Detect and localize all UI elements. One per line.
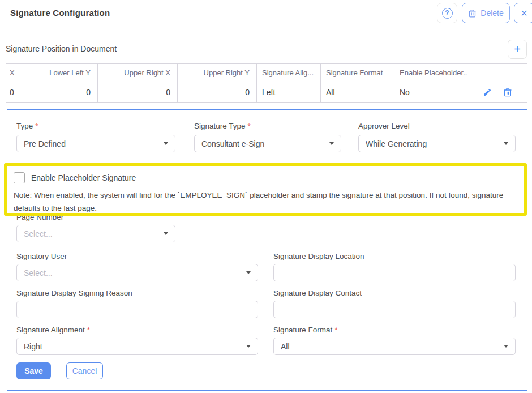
add-position-button[interactable]: + [508,40,527,59]
signatory-user-label: Signatory User [16,252,67,261]
chevron-down-icon [329,142,334,145]
delete-button[interactable]: Delete [462,3,510,23]
chevron-down-icon [504,142,508,145]
chevron-down-icon [246,271,251,274]
required-asterisk: * [87,326,90,334]
page-number-select[interactable]: Select... [16,225,175,242]
placeholder-note: Note: When enabled, the system will find… [14,189,517,215]
cell-enable-placeholder: No [394,82,467,102]
chevron-down-icon [504,345,508,348]
question-icon: ? [442,8,453,19]
positions-section-title: Signature Position in Document [6,44,117,53]
chevron-down-icon [246,345,251,348]
cell-upper-right-y: 0 [178,82,257,102]
table-row: 0 0 0 0 Left All No [6,82,527,102]
column-header-upper-right-y: Upper Right Y [178,64,257,82]
signature-alignment-select[interactable]: Right [16,338,258,355]
enable-placeholder-checkbox[interactable] [14,172,25,183]
positions-table: X Lower Left Y Upper Right X Upper Right… [6,63,527,103]
column-header-lower-left-y: Lower Left Y [18,64,98,82]
delete-label: Delete [480,8,503,18]
edit-pencil-icon[interactable] [483,88,492,97]
dialog-title: Signature Configuration [10,8,110,18]
signature-format-label: Signature Format* [273,326,338,335]
chevron-down-icon [164,232,168,235]
column-header-x: X [6,64,18,82]
required-asterisk: * [248,122,251,130]
chevron-down-icon [164,142,168,145]
signatory-user-select[interactable]: Select... [16,264,258,281]
cell-signature-format: All [321,82,394,102]
cell-signature-alignment: Left [257,82,321,102]
enable-placeholder-row: Enable Placeholder Signature [14,172,517,183]
form-panel: Type* Pre Defined Signature Type* Consul… [7,109,527,391]
cancel-button[interactable]: Cancel [66,362,103,379]
signature-display-contact-input[interactable] [273,301,516,318]
cell-x: 0 [6,82,18,102]
column-header-signature-alignment: Signature Alig... [257,64,321,82]
signature-alignment-label: Signature Alignment* [16,326,90,335]
cell-lower-left-y: 0 [18,82,98,102]
close-button[interactable]: ✕ [514,3,532,23]
type-select[interactable]: Pre Defined [16,135,175,152]
approver-level-label: Approver Level [358,122,410,131]
trash-icon [468,9,477,18]
signature-type-select[interactable]: Consultant e-Sign [194,135,341,152]
signature-format-select[interactable]: All [273,338,516,355]
signature-display-location-input[interactable] [273,264,516,281]
signing-reason-label: Signature Display Signing Reason [16,289,132,298]
placeholder-highlight-box: Enable Placeholder Signature Note: When … [4,163,527,216]
type-label: Type* [16,122,38,131]
enable-placeholder-label: Enable Placeholder Signature [31,173,136,182]
header-divider [0,27,532,27]
signature-display-contact-label: Signature Display Contact [273,289,362,298]
help-button[interactable]: ? [437,3,457,23]
column-header-upper-right-x: Upper Right X [98,64,178,82]
cell-upper-right-x: 0 [98,82,178,102]
signature-type-label: Signature Type* [194,122,251,131]
signature-display-location-label: Signature Display Location [273,252,364,261]
save-button[interactable]: Save [16,362,51,379]
plus-icon: + [514,44,521,55]
cell-actions [467,82,527,102]
column-header-enable-placeholder: Enable Placeholder... [394,64,467,82]
required-asterisk: * [35,122,38,130]
column-header-signature-format: Signature Format [321,64,394,82]
close-icon: ✕ [520,8,527,19]
table-header-row: X Lower Left Y Upper Right X Upper Right… [6,64,527,82]
approver-level-select[interactable]: While Generating [358,135,516,152]
delete-trash-icon[interactable] [503,88,512,97]
required-asterisk: * [334,326,337,334]
signing-reason-input[interactable] [16,301,258,318]
column-header-actions [467,64,527,82]
